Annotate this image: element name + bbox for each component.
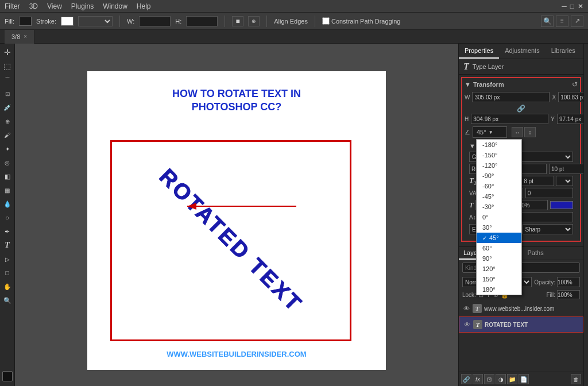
document-tab[interactable]: 3/8 × bbox=[5, 30, 34, 44]
move-tool[interactable]: ✛ bbox=[1, 46, 14, 59]
history-tool[interactable]: ◎ bbox=[1, 156, 14, 169]
text-tool[interactable]: T bbox=[1, 239, 14, 252]
tab-properties[interactable]: Properties bbox=[459, 44, 499, 59]
toolbar-options-btn[interactable]: ≡ bbox=[556, 16, 568, 27]
h-transform-input[interactable] bbox=[471, 114, 548, 124]
angle-dropdown-btn[interactable]: 45° ▼ bbox=[473, 126, 507, 138]
constrain-path[interactable]: Constrain Path Dragging bbox=[322, 17, 400, 25]
layer-item-1[interactable]: 👁 T www.websiteb...insider.com bbox=[459, 300, 583, 316]
h-input[interactable] bbox=[186, 16, 218, 26]
flip-h-btn[interactable]: ↔ bbox=[512, 127, 523, 137]
y-transform-input[interactable] bbox=[557, 114, 583, 124]
tab-adjustments[interactable]: Adjustments bbox=[499, 44, 546, 59]
menu-filter[interactable]: Filter bbox=[5, 2, 20, 10]
hand-tool[interactable]: ✋ bbox=[1, 280, 14, 293]
link-proportional-icon[interactable]: 🔗 bbox=[517, 105, 525, 113]
window-minimize[interactable]: ─ bbox=[562, 2, 567, 10]
menu-view[interactable]: View bbox=[47, 2, 62, 10]
leading-select[interactable] bbox=[556, 176, 573, 186]
w-transform-input[interactable] bbox=[472, 92, 550, 102]
gradient-tool[interactable]: ▦ bbox=[1, 184, 14, 196]
shape-tool[interactable]: □ bbox=[1, 267, 14, 279]
layer-2-name: ROTATED TEXT bbox=[485, 322, 579, 328]
color-swatch[interactable] bbox=[550, 201, 573, 209]
lasso-tool[interactable]: ⌒ bbox=[1, 74, 14, 86]
align-edges-btn[interactable]: Align Edges bbox=[274, 18, 308, 25]
fill-swatch[interactable] bbox=[19, 17, 32, 26]
leading-input[interactable] bbox=[521, 176, 554, 186]
layer-1-eye[interactable]: 👁 bbox=[462, 304, 470, 312]
tab-close-btn[interactable]: × bbox=[24, 33, 27, 40]
share-btn[interactable]: ↗ bbox=[571, 16, 583, 27]
layer-2-eye[interactable]: 👁 bbox=[463, 321, 471, 329]
layer-item-2[interactable]: 👁 T ROTATED TEXT bbox=[459, 316, 583, 333]
transform-chevron: ▼ bbox=[465, 81, 471, 88]
eraser-tool[interactable]: ◧ bbox=[1, 170, 14, 183]
angle-option--60[interactable]: -60° bbox=[477, 181, 521, 191]
tab-libraries[interactable]: Libraries bbox=[546, 44, 581, 59]
transform-collapse[interactable]: ▼ Transform bbox=[465, 81, 504, 88]
rotated-text: ROTATED TEXT bbox=[154, 164, 307, 317]
stroke-swatch[interactable] bbox=[61, 17, 74, 26]
layer-new-btn[interactable]: 📄 bbox=[519, 374, 529, 384]
clone-tool[interactable]: ✦ bbox=[1, 142, 14, 155]
stroke-select[interactable] bbox=[78, 16, 113, 26]
angle-option-45[interactable]: ✓ 45° bbox=[477, 233, 521, 243]
window-maximize[interactable]: □ bbox=[570, 2, 574, 10]
constrain-checkbox[interactable] bbox=[322, 17, 330, 25]
crop-tool[interactable]: ⊡ bbox=[1, 87, 14, 100]
angle-option-90[interactable]: 90° bbox=[477, 253, 521, 264]
fill-input[interactable] bbox=[557, 290, 580, 299]
layers-tab-paths[interactable]: Paths bbox=[523, 247, 548, 260]
layer-link-btn[interactable]: 🔗 bbox=[461, 374, 471, 384]
flip-v-btn[interactable]: ↕ bbox=[524, 127, 536, 137]
layer-adj-btn[interactable]: ◑ bbox=[496, 374, 506, 384]
layer-delete-btn[interactable]: 🗑 bbox=[571, 374, 581, 384]
angle-option-180[interactable]: 180° bbox=[477, 284, 521, 295]
w-input[interactable] bbox=[139, 16, 171, 26]
angle-option-0[interactable]: 0° bbox=[477, 212, 521, 222]
zoom-tool[interactable]: 🔍 bbox=[1, 294, 14, 307]
pen-tool[interactable]: ✒ bbox=[1, 225, 14, 238]
path-tool[interactable]: ▷ bbox=[1, 253, 14, 265]
anti-alias-select[interactable]: Sharp bbox=[523, 224, 574, 234]
angle-option--150[interactable]: -150° bbox=[477, 150, 521, 160]
font-size-input[interactable] bbox=[549, 164, 583, 174]
angle-option--180[interactable]: -180° bbox=[477, 140, 521, 150]
right-scrollbar[interactable] bbox=[583, 44, 588, 386]
blur-tool[interactable]: 💧 bbox=[1, 198, 14, 210]
red-border-box: ROTATED TEXT bbox=[110, 140, 351, 341]
transform-reset[interactable]: ↺ bbox=[572, 80, 578, 88]
angle-option--90[interactable]: -90° bbox=[477, 171, 521, 181]
canvas-area[interactable]: HOW TO ROTATE TEXT IN PHOTOSHOP CC? ROTA… bbox=[15, 44, 458, 386]
canvas-url: WWW.WEBSITEBUILDERINSIDER.COM bbox=[87, 350, 386, 358]
layer-fx-btn[interactable]: fx bbox=[473, 374, 483, 384]
opacity-input[interactable] bbox=[557, 277, 580, 287]
transform-hy-row: H Y bbox=[465, 114, 578, 124]
angle-option-120[interactable]: 120° bbox=[477, 264, 521, 274]
dodge-tool[interactable]: ○ bbox=[1, 211, 14, 224]
search-btn[interactable]: 🔍 bbox=[541, 16, 554, 27]
angle-option--120[interactable]: -120° bbox=[477, 160, 521, 171]
angle-option-60[interactable]: 60° bbox=[477, 243, 521, 253]
angle-option-150[interactable]: 150° bbox=[477, 274, 521, 284]
menu-window[interactable]: Window bbox=[103, 2, 127, 10]
shape-mode-btn[interactable]: ■ bbox=[232, 16, 243, 26]
path-mode-btn[interactable]: ⊕ bbox=[248, 16, 260, 26]
foreground-color[interactable] bbox=[2, 371, 13, 381]
heal-tool[interactable]: ⊕ bbox=[1, 115, 14, 128]
kerning-input[interactable] bbox=[525, 188, 573, 198]
angle-option--30[interactable]: -30° bbox=[477, 202, 521, 212]
layer-group-btn[interactable]: 📁 bbox=[507, 374, 517, 384]
angle-option-30[interactable]: 30° bbox=[477, 222, 521, 233]
menu-3d[interactable]: 3D bbox=[29, 2, 38, 10]
window-close[interactable]: ✕ bbox=[578, 2, 583, 10]
menu-help[interactable]: Help bbox=[137, 2, 151, 10]
selection-tool[interactable]: ⬚ bbox=[1, 60, 14, 72]
brush-tool[interactable]: 🖌 bbox=[1, 129, 14, 141]
eyedropper-tool[interactable]: 💉 bbox=[1, 101, 14, 114]
x-transform-input[interactable] bbox=[558, 92, 583, 102]
layer-mask-btn[interactable]: ⊡ bbox=[484, 374, 494, 384]
angle-option--45[interactable]: -45° bbox=[477, 191, 521, 202]
menu-plugins[interactable]: Plugins bbox=[71, 2, 94, 10]
